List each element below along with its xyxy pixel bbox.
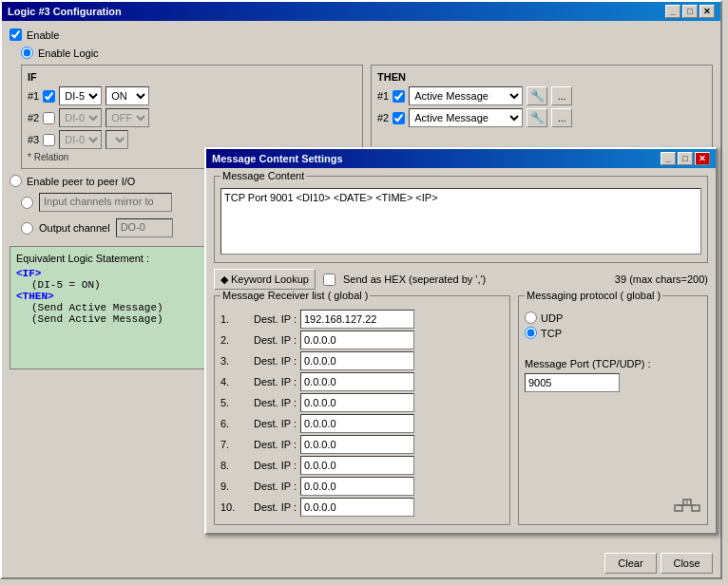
r-num-4: 4. bbox=[220, 376, 236, 387]
peer-radios: Input channels mirror to Output channel … bbox=[21, 193, 173, 240]
port-input[interactable] bbox=[525, 373, 620, 392]
r-label-6: Dest. IP : bbox=[239, 418, 297, 429]
then-num-2: #2 bbox=[377, 112, 389, 123]
dialog-minimize-button[interactable]: _ bbox=[661, 152, 676, 165]
dest-ip-5[interactable] bbox=[300, 393, 414, 412]
dest-ip-7[interactable] bbox=[300, 435, 414, 454]
char-count: 39 (max chars=200) bbox=[615, 274, 708, 285]
r-num-9: 9. bbox=[220, 481, 236, 492]
if-row-1: #1 DI-5DI-0DI-1 ONOFF bbox=[28, 86, 356, 105]
dest-ip-9[interactable] bbox=[300, 477, 414, 496]
then-check-2[interactable] bbox=[393, 112, 405, 124]
if-state-3[interactable] bbox=[105, 130, 128, 149]
if-num-1: #1 bbox=[28, 90, 39, 102]
udp-row: UDP bbox=[525, 311, 701, 324]
then-dots-1[interactable]: ... bbox=[551, 86, 572, 105]
dialog-maximize-button[interactable]: □ bbox=[678, 152, 693, 165]
then-icon-2[interactable]: 🔧 bbox=[527, 108, 547, 127]
receiver-row-10: 10. Dest. IP : bbox=[220, 498, 504, 517]
input-channels-label: Input channels mirror to bbox=[39, 193, 172, 212]
if-channel-3[interactable]: DI-0 bbox=[59, 130, 102, 149]
udp-radio[interactable] bbox=[525, 311, 537, 324]
receiver-row-9: 9. Dest. IP : bbox=[220, 477, 504, 496]
if-state-2[interactable]: OFF bbox=[105, 108, 149, 127]
port-label: Message Port (TCP/UDP) : bbox=[525, 358, 701, 369]
port-section: Message Port (TCP/UDP) : bbox=[525, 358, 701, 392]
peer-input-radio[interactable] bbox=[21, 197, 33, 209]
svg-rect-0 bbox=[675, 505, 682, 511]
dialog-content: Message Content TCP Port 9001 <DI10> <DA… bbox=[206, 168, 716, 533]
protocol-panel-title: Messaging protocol ( global ) bbox=[525, 290, 662, 301]
clear-button[interactable]: Clear bbox=[604, 553, 657, 574]
peer-output-row: Output channel DO-0 bbox=[21, 218, 173, 237]
receiver-panel: Message Receiver list ( global ) 1. Dest… bbox=[214, 295, 510, 525]
enable-section: Enable bbox=[10, 28, 713, 41]
protocol-panel: Messaging protocol ( global ) UDP TCP Me… bbox=[518, 295, 708, 525]
r-num-5: 5. bbox=[220, 397, 236, 408]
send-hex-label: Send as HEX (seperated by ',') bbox=[343, 274, 486, 285]
receiver-list: 1. Dest. IP : 2. Dest. IP : 3. Dest. IP … bbox=[220, 310, 504, 517]
then-dots-2[interactable]: ... bbox=[551, 108, 572, 127]
then-icon-1[interactable]: 🔧 bbox=[527, 86, 547, 105]
receiver-row-2: 2. Dest. IP : bbox=[220, 330, 504, 349]
if-channel-1[interactable]: DI-5DI-0DI-1 bbox=[59, 86, 102, 105]
then-action-2[interactable]: Active MessageInactive Message bbox=[409, 108, 523, 127]
receiver-row-1: 1. Dest. IP : bbox=[220, 310, 504, 329]
if-channel-2[interactable]: DI-0 bbox=[59, 108, 102, 127]
receiver-row-6: 6. Dest. IP : bbox=[220, 414, 504, 433]
receiver-panel-title: Message Receiver list ( global ) bbox=[220, 290, 370, 301]
main-title-bar: Logic #3 Configuration _ □ ✕ bbox=[2, 2, 720, 21]
r-num-6: 6. bbox=[220, 418, 236, 429]
minimize-button[interactable]: _ bbox=[665, 5, 680, 18]
then-check-1[interactable] bbox=[393, 90, 405, 103]
if-state-1[interactable]: ONOFF bbox=[105, 86, 149, 105]
tcp-radio[interactable] bbox=[525, 327, 537, 339]
close-button[interactable]: ✕ bbox=[699, 5, 715, 18]
receiver-row-8: 8. Dest. IP : bbox=[220, 456, 504, 475]
r-label-8: Dest. IP : bbox=[239, 460, 297, 471]
then-action-1[interactable]: Active MessageInactive Message bbox=[409, 86, 523, 105]
bottom-buttons: Clear Close bbox=[604, 553, 713, 574]
then-row-2: #2 Active MessageInactive Message 🔧 ... bbox=[377, 108, 706, 127]
then-num-1: #1 bbox=[377, 90, 389, 102]
peer-radio[interactable] bbox=[10, 175, 22, 187]
if-label: IF bbox=[28, 71, 356, 83]
peer-output-radio[interactable] bbox=[21, 222, 33, 235]
maximize-button[interactable]: □ bbox=[682, 5, 698, 18]
if-check-1[interactable] bbox=[43, 90, 55, 103]
keyword-lookup-button[interactable]: ◆ Keyword Lookup bbox=[214, 269, 316, 290]
diamond-icon: ◆ bbox=[220, 274, 228, 286]
if-num-3: #3 bbox=[28, 134, 39, 145]
dest-ip-1[interactable] bbox=[300, 310, 414, 329]
enable-logic-radio[interactable] bbox=[21, 47, 33, 59]
peer-label: Enable peer to peer I/O bbox=[27, 176, 135, 187]
keyword-button-label: Keyword Lookup bbox=[231, 274, 309, 285]
dest-ip-8[interactable] bbox=[300, 456, 414, 475]
dest-ip-3[interactable] bbox=[300, 351, 414, 370]
if-check-2[interactable] bbox=[43, 112, 55, 124]
protocol-options: UDP TCP bbox=[525, 311, 701, 339]
message-content-group: Message Content TCP Port 9001 <DI10> <DA… bbox=[214, 176, 708, 263]
send-hex-checkbox[interactable] bbox=[323, 274, 335, 286]
tcp-row: TCP bbox=[525, 327, 701, 339]
then-keyword: <THEN> bbox=[16, 291, 54, 302]
main-title: Logic #3 Configuration bbox=[8, 6, 122, 17]
receiver-row-4: 4. Dest. IP : bbox=[220, 372, 504, 391]
enable-checkbox[interactable] bbox=[10, 28, 22, 41]
dialog-bottom-panels: Message Receiver list ( global ) 1. Dest… bbox=[214, 295, 708, 525]
dest-ip-10[interactable] bbox=[300, 498, 414, 517]
dialog-close-button[interactable]: ✕ bbox=[695, 152, 710, 165]
message-content-group-label: Message Content bbox=[220, 170, 306, 181]
network-icon bbox=[673, 488, 701, 519]
message-textarea[interactable]: TCP Port 9001 <DI10> <DATE> <TIME> <IP> bbox=[220, 188, 701, 255]
receiver-row-3: 3. Dest. IP : bbox=[220, 351, 504, 370]
r-num-2: 2. bbox=[220, 334, 236, 346]
enable-logic-row: Enable Logic bbox=[21, 47, 713, 59]
dest-ip-6[interactable] bbox=[300, 414, 414, 433]
enable-label: Enable bbox=[27, 29, 59, 41]
dest-ip-2[interactable] bbox=[300, 330, 414, 349]
if-check-3[interactable] bbox=[43, 134, 55, 146]
dest-ip-4[interactable] bbox=[300, 372, 414, 391]
dialog-title-buttons: _ □ ✕ bbox=[661, 152, 710, 165]
close-main-button[interactable]: Close bbox=[661, 553, 713, 574]
